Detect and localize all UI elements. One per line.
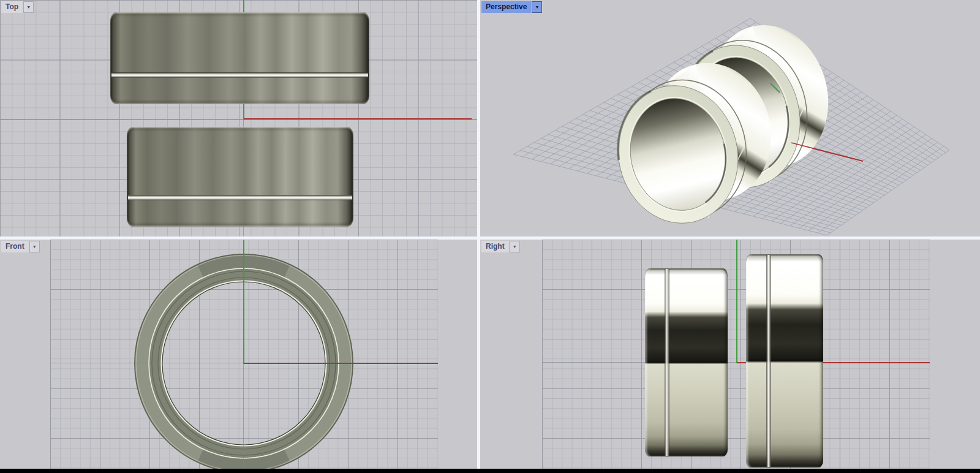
top-x-axis: [244, 118, 472, 119]
viewport-top[interactable]: Top ▼: [0, 0, 477, 236]
ring-groove: [766, 255, 771, 467]
ring-object-top-2[interactable]: [127, 127, 353, 227]
ring-object-right-1[interactable]: [645, 268, 728, 456]
top-viewport-dropdown-icon[interactable]: ▼: [23, 1, 34, 13]
right-viewport-dropdown-icon[interactable]: ▼: [510, 241, 520, 252]
front-canvas[interactable]: [0, 240, 477, 469]
ring-object-top-1[interactable]: [110, 12, 369, 104]
viewport-right[interactable]: Right ▼: [480, 240, 980, 469]
viewport-splitter-horizontal[interactable]: [0, 236, 980, 240]
perspective-viewport-label[interactable]: Perspective ▼: [481, 1, 542, 13]
top-viewport-title[interactable]: Top: [1, 1, 23, 13]
bottom-edge-bar: [0, 469, 980, 473]
viewport-front[interactable]: Front ▼: [0, 240, 477, 469]
right-viewport-title[interactable]: Right: [481, 241, 509, 252]
front-y-axis: [243, 240, 244, 364]
ring-groove: [128, 195, 352, 200]
viewport-perspective[interactable]: Perspective ▼: [480, 0, 980, 236]
front-x-axis: [244, 363, 438, 364]
perspective-canvas[interactable]: [480, 0, 980, 236]
viewport-splitter-vertical[interactable]: [477, 0, 480, 469]
front-viewport-label[interactable]: Front ▼: [1, 241, 40, 252]
top-viewport-label[interactable]: Top ▼: [1, 1, 34, 13]
ring-groove: [111, 72, 368, 78]
front-viewport-title[interactable]: Front: [1, 241, 29, 252]
right-y-axis: [736, 240, 737, 363]
perspective-viewport-title[interactable]: Perspective: [481, 1, 531, 13]
perspective-viewport-dropdown-icon[interactable]: ▼: [532, 1, 542, 13]
ring-groove: [665, 269, 669, 456]
right-viewport-label[interactable]: Right ▼: [481, 241, 520, 252]
ring-object-right-2[interactable]: [746, 254, 823, 467]
app-window: Top ▼ Perspective ▼ Front ▼ Right ▼: [0, 0, 980, 473]
front-viewport-dropdown-icon[interactable]: ▼: [29, 241, 40, 252]
